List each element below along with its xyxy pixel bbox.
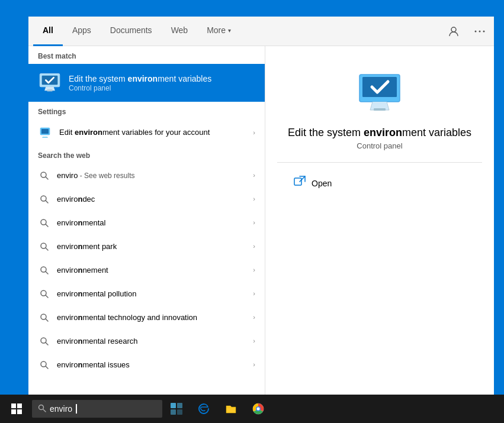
svg-rect-40 xyxy=(177,403,182,408)
search-window: All Apps Documents Web More ▾ xyxy=(28,17,494,407)
start-button[interactable] xyxy=(2,395,31,423)
search-icon-3 xyxy=(38,217,50,228)
best-match-label: Best match xyxy=(28,46,265,64)
settings-icon xyxy=(38,125,52,140)
chevron-right-icon-environnement: › xyxy=(253,266,255,273)
svg-point-37 xyxy=(39,405,44,409)
taskbar: enviro xyxy=(0,395,504,423)
open-icon xyxy=(294,176,306,190)
best-match-text: Edit the system environment variables Co… xyxy=(69,73,255,92)
svg-rect-7 xyxy=(47,89,53,91)
web-search-enviro[interactable]: enviro - See web results › xyxy=(28,163,265,187)
svg-rect-6 xyxy=(42,76,58,85)
chevron-right-icon-env-pollution: › xyxy=(253,290,255,297)
svg-line-21 xyxy=(46,295,48,298)
best-match-subtitle: Control panel xyxy=(69,84,255,92)
tab-web[interactable]: Web xyxy=(162,17,198,46)
svg-line-23 xyxy=(46,319,48,321)
svg-line-11 xyxy=(46,177,48,179)
chevron-right-icon-env-tech: › xyxy=(253,314,255,321)
tab-all[interactable]: All xyxy=(33,17,63,46)
right-divider xyxy=(277,162,482,163)
right-app-subtitle: Control panel xyxy=(357,141,402,150)
tab-apps[interactable]: Apps xyxy=(63,17,101,46)
web-search-environmental-pollution[interactable]: environmental pollution › xyxy=(28,282,265,305)
taskbar-search-box[interactable]: enviro xyxy=(32,400,162,418)
taskbar-task-view[interactable] xyxy=(163,396,190,422)
search-icon-7 xyxy=(38,311,50,323)
svg-line-32 xyxy=(300,176,305,182)
svg-line-27 xyxy=(46,366,48,369)
search-icon-4 xyxy=(38,240,50,252)
svg-line-15 xyxy=(46,224,48,227)
chevron-right-icon-environdec: › xyxy=(253,195,255,202)
svg-rect-34 xyxy=(17,403,22,408)
taskbar-chrome[interactable] xyxy=(245,396,271,422)
taskbar-file-explorer[interactable] xyxy=(218,396,244,422)
tabs-bar: All Apps Documents Web More ▾ xyxy=(28,17,494,46)
web-item-text-environdec: environdec xyxy=(57,195,246,204)
tab-more[interactable]: More ▾ xyxy=(197,17,240,46)
chevron-right-icon-environmental: › xyxy=(253,219,255,226)
search-icon-9 xyxy=(38,359,50,370)
tab-documents[interactable]: Documents xyxy=(101,17,162,46)
web-search-environmental[interactable]: environmental › xyxy=(28,211,265,234)
svg-rect-9 xyxy=(41,129,49,134)
svg-rect-29 xyxy=(362,77,397,97)
app-large-icon xyxy=(356,70,403,117)
svg-line-25 xyxy=(46,343,48,345)
web-search-env-research[interactable]: environmental research › xyxy=(28,329,265,353)
svg-line-38 xyxy=(43,409,46,412)
search-icon-6 xyxy=(38,288,50,299)
web-search-environment-park[interactable]: environment park › xyxy=(28,234,265,258)
taskbar-edge[interactable] xyxy=(191,396,217,422)
web-search-env-technology[interactable]: environmental technology and innovation … xyxy=(28,305,265,329)
text-cursor xyxy=(76,404,77,414)
svg-point-0 xyxy=(451,27,456,32)
settings-item-text: Edit environment variables for your acco… xyxy=(59,127,246,138)
open-button[interactable]: Open xyxy=(289,172,336,194)
best-match-item[interactable]: Edit the system environment variables Co… xyxy=(28,64,265,102)
svg-line-19 xyxy=(46,272,48,274)
tab-action-icons xyxy=(444,22,489,41)
search-icon-2 xyxy=(38,193,50,205)
svg-rect-33 xyxy=(11,403,16,408)
svg-point-2 xyxy=(479,30,481,32)
web-search-env-issues[interactable]: environmental issues › xyxy=(28,353,265,376)
chevron-right-icon-enviro: › xyxy=(253,172,255,179)
svg-point-46 xyxy=(257,408,260,411)
web-search-label: Search the web xyxy=(28,146,265,163)
web-item-text-environment-park: environment park xyxy=(57,242,246,251)
chevron-right-icon-env-issues: › xyxy=(253,361,255,368)
svg-rect-42 xyxy=(177,409,182,415)
web-item-text-environmental: environmental xyxy=(57,218,246,227)
web-search-environdec[interactable]: environdec › xyxy=(28,187,265,211)
web-item-text-env-pollution: environmental pollution xyxy=(57,289,246,298)
web-item-text-env-research: environmental research xyxy=(57,337,246,345)
search-icon xyxy=(38,169,50,181)
settings-env-variables-item[interactable]: Edit environment variables for your acco… xyxy=(28,120,265,146)
search-icon-5 xyxy=(38,264,50,276)
svg-rect-35 xyxy=(11,409,16,414)
left-panel: Best match Edit th xyxy=(28,46,265,407)
web-item-text-environnement: environnement xyxy=(57,266,246,275)
control-panel-icon xyxy=(38,71,62,95)
svg-rect-36 xyxy=(17,409,22,414)
svg-point-3 xyxy=(483,30,485,32)
right-app-title: Edit the system environment variables xyxy=(288,127,471,139)
chevron-right-icon-env-park: › xyxy=(253,243,255,250)
more-options-icon[interactable] xyxy=(470,22,489,41)
best-match-title: Edit the system environment variables xyxy=(69,73,255,84)
web-search-environnement[interactable]: environnement › xyxy=(28,258,265,282)
settings-label: Settings xyxy=(28,102,265,120)
web-item-text-env-issues: environmental issues xyxy=(57,360,246,369)
search-icon-8 xyxy=(38,335,50,347)
taskbar-search-text: enviro xyxy=(50,404,72,414)
svg-point-1 xyxy=(475,30,477,32)
svg-line-17 xyxy=(46,248,48,250)
content-area: Best match Edit th xyxy=(28,46,494,407)
taskbar-search-icon xyxy=(38,404,46,414)
right-panel: Edit the system environment variables Co… xyxy=(265,46,494,407)
svg-rect-30 xyxy=(374,108,386,111)
user-icon[interactable] xyxy=(444,22,463,41)
